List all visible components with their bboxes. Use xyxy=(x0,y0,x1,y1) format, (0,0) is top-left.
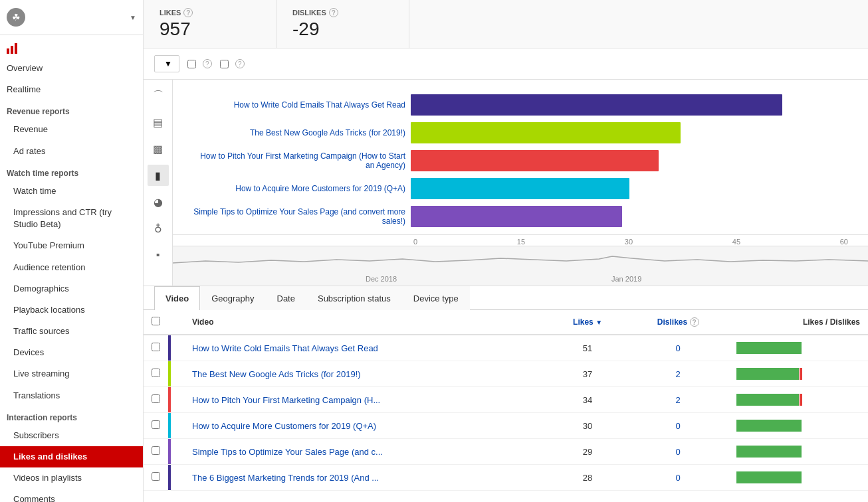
channel-header[interactable]: ☘ ▼ xyxy=(0,0,143,35)
analytics-section-header xyxy=(0,35,143,58)
row-dislikes-cell: 2 xyxy=(627,361,729,387)
row-checkbox[interactable] xyxy=(152,343,160,351)
show-totals-checkbox[interactable] xyxy=(187,60,196,68)
likes-help-icon[interactable]: ? xyxy=(183,8,193,17)
row-likes-cell: 34 xyxy=(548,387,627,413)
sidebar-item-impressions-ctr[interactable]: Impressions and CTR (try Studio Beta) xyxy=(0,202,143,235)
globe-icon[interactable]: ♁ xyxy=(148,218,169,239)
video-link[interactable]: Simple Tips to Optimize Your Sales Page … xyxy=(192,447,383,457)
video-link[interactable]: How to Write Cold Emails That Always Get… xyxy=(192,343,378,353)
row-checkbox[interactable] xyxy=(152,446,160,455)
dislikes-col-header[interactable]: Dislikes ? xyxy=(627,310,729,335)
row-ld-bar-cell xyxy=(728,361,868,387)
bar-row: How to Acquire More Customers for 2019 (… xyxy=(193,178,848,199)
scatter-icon[interactable]: ▪ xyxy=(148,244,169,266)
timeline-area: Dec 2018 Jan 2019 xyxy=(173,246,868,286)
bar-fill xyxy=(411,94,782,116)
sidebar-item-ad-rates[interactable]: Ad rates xyxy=(0,141,143,162)
row-color-bar-cell xyxy=(168,465,184,491)
sidebar-item-audience-retention[interactable]: Audience retention xyxy=(0,257,143,278)
likes-col-header[interactable]: Likes ▼ xyxy=(548,310,627,335)
ld-green-bar xyxy=(736,420,802,432)
sidebar-section-watch-time-reports: Watch time reports xyxy=(0,162,143,181)
video-link[interactable]: How to Pitch Your First Marketing Campai… xyxy=(192,395,380,405)
show-totals-label[interactable]: ? xyxy=(187,59,212,68)
bar-wrap xyxy=(411,94,848,116)
sidebar-nav: OverviewRealtimeRevenue reportsRevenueAd… xyxy=(0,58,143,502)
main-content: LIKES ? 957 DISLIKES ? -29 ▼ ? ? xyxy=(144,0,868,502)
row-checkbox[interactable] xyxy=(152,394,160,403)
bar-chart-icon[interactable]: ▮ xyxy=(148,165,169,186)
row-checkbox[interactable] xyxy=(152,369,160,377)
dislikes-label: DISLIKES xyxy=(292,9,326,17)
row-checkbox-cell xyxy=(144,361,168,387)
show-as-pct-checkbox[interactable] xyxy=(220,60,229,68)
row-dislikes-cell: 2 xyxy=(627,387,729,413)
pie-chart-icon[interactable]: ◕ xyxy=(148,191,169,212)
show-as-pct-label[interactable]: ? xyxy=(220,59,245,68)
bar-label[interactable]: How to Pitch Your First Marketing Campai… xyxy=(193,151,405,170)
row-video-cell: How to Write Cold Emails That Always Get… xyxy=(184,335,548,361)
stacked-area-icon[interactable]: ▩ xyxy=(148,138,169,159)
line-chart-icon[interactable]: ⌒ xyxy=(148,85,169,106)
tab-date[interactable]: Date xyxy=(266,286,306,310)
axis-label-15: 15 xyxy=(517,238,525,246)
table-section: VideoGeographyDateSubscription statusDev… xyxy=(144,286,868,502)
row-checkbox[interactable] xyxy=(152,420,160,429)
row-color-bar xyxy=(168,465,171,490)
sidebar-item-watch-time[interactable]: Watch time xyxy=(0,181,143,202)
table-header: Video Likes ▼ Dislikes ? Likes / Dislike… xyxy=(144,310,868,335)
row-likes-cell: 30 xyxy=(548,413,627,439)
sidebar-item-youtube-premium[interactable]: YouTube Premium xyxy=(0,235,143,256)
tab-geography[interactable]: Geography xyxy=(200,286,265,310)
sidebar-item-comments[interactable]: Comments xyxy=(0,489,143,502)
sidebar-item-traffic-sources[interactable]: Traffic sources xyxy=(0,321,143,342)
row-color-bar xyxy=(168,387,171,412)
video-link[interactable]: The Best New Google Ads Tricks (for 2019… xyxy=(192,369,361,379)
show-totals-help-icon[interactable]: ? xyxy=(203,59,212,68)
sidebar-item-videos-in-playlists[interactable]: Videos in playlists xyxy=(0,467,143,489)
video-link[interactable]: How to Acquire More Customers for 2019 (… xyxy=(192,421,376,431)
sidebar-item-demographics[interactable]: Demographics xyxy=(0,278,143,299)
sidebar-item-realtime[interactable]: Realtime xyxy=(0,79,143,100)
sort-desc-icon: ▼ xyxy=(596,319,602,326)
table-row: The 6 Biggest Marketing Trends for 2019 … xyxy=(144,465,868,491)
area-chart-icon[interactable]: ▤ xyxy=(148,112,169,133)
sidebar-item-devices[interactable]: Devices xyxy=(0,342,143,363)
row-color-bar-cell xyxy=(168,387,184,413)
chart-main: How to Write Cold Emails That Always Get… xyxy=(173,80,868,286)
row-checkbox[interactable] xyxy=(152,472,160,481)
ld-bar-wrap xyxy=(736,368,863,380)
dislikes-help-icon[interactable]: ? xyxy=(329,8,338,17)
sidebar-item-revenue[interactable]: Revenue xyxy=(0,119,143,140)
more-metrics-button[interactable]: ▼ xyxy=(154,55,179,72)
ld-green-bar xyxy=(736,446,802,458)
sidebar-item-subscribers[interactable]: Subscribers xyxy=(0,425,143,446)
sidebar-item-live-streaming[interactable]: Live streaming xyxy=(0,363,143,384)
sidebar-item-translations[interactable]: Translations xyxy=(0,385,143,406)
video-link[interactable]: The 6 Biggest Marketing Trends for 2019 … xyxy=(192,473,379,483)
bar-wrap xyxy=(411,150,848,171)
row-dislikes-cell: 0 xyxy=(627,439,729,465)
likes-dislikes-col-header: Likes / Dislikes xyxy=(728,310,868,335)
row-dislikes-cell: 0 xyxy=(627,335,729,361)
bar-label[interactable]: Simple Tips to Optimize Your Sales Page … xyxy=(193,207,405,226)
bar-label[interactable]: How to Write Cold Emails That Always Get… xyxy=(193,100,405,110)
sidebar-item-playback-locations[interactable]: Playback locations xyxy=(0,299,143,321)
dislikes-col-help-icon[interactable]: ? xyxy=(690,317,699,327)
sidebar: ☘ ▼ OverviewRealtimeRevenue reportsReven… xyxy=(0,0,144,502)
select-all-checkbox[interactable] xyxy=(152,317,160,325)
likes-metric: LIKES ? 957 xyxy=(144,0,276,48)
bar-label[interactable]: The Best New Google Ads Tricks (for 2019… xyxy=(193,128,405,137)
sidebar-item-overview[interactable]: Overview xyxy=(0,58,143,79)
tab-video[interactable]: Video xyxy=(154,286,200,310)
bar-label[interactable]: How to Acquire More Customers for 2019 (… xyxy=(193,184,405,193)
row-color-bar xyxy=(168,335,171,361)
tab-device-type[interactable]: Device type xyxy=(402,286,470,310)
row-color-bar xyxy=(168,361,171,386)
ld-green-bar xyxy=(736,394,799,406)
tabs-row: VideoGeographyDateSubscription statusDev… xyxy=(144,286,868,310)
sidebar-item-likes-dislikes[interactable]: Likes and dislikes xyxy=(0,446,143,467)
tab-subscription-status[interactable]: Subscription status xyxy=(306,286,402,310)
show-as-pct-help-icon[interactable]: ? xyxy=(235,59,245,68)
